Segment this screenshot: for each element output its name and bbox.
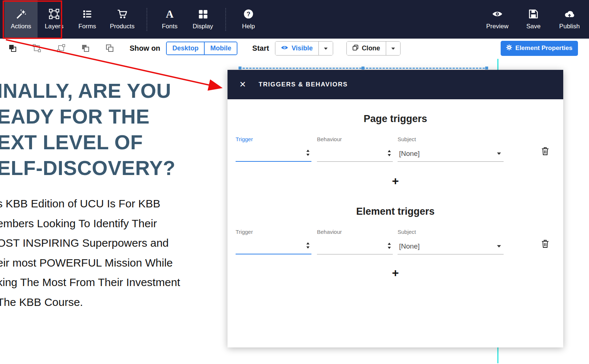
visibility-value-button[interactable]: Visible (275, 42, 318, 55)
topbar-item-actions[interactable]: Actions (4, 0, 38, 39)
clone-label: Clone (362, 44, 380, 52)
mobile-toggle-button[interactable]: Mobile (204, 42, 237, 54)
arrange-tools (0, 44, 114, 53)
selection-handle[interactable] (485, 67, 488, 69)
behaviour-label: Behaviour (317, 229, 393, 235)
chevron-down-icon (497, 151, 501, 156)
topbar-item-help[interactable]: ? Help (232, 0, 265, 39)
selection-handle[interactable] (361, 67, 364, 69)
subject-label: Subject (398, 136, 504, 142)
selection-handle[interactable] (239, 67, 241, 69)
topbar-item-label: Help (242, 23, 255, 30)
paragraph-line: OST INSPIRING Superpowers and (0, 233, 180, 253)
eye-icon (492, 8, 503, 19)
clone-button[interactable]: Clone (347, 42, 386, 55)
page-subject-select[interactable]: [None] (398, 146, 504, 162)
topbar-item-label: Publish (559, 23, 580, 30)
start-label: Start (252, 44, 269, 53)
element-properties-button[interactable]: Element Properties (501, 41, 578, 56)
bring-to-front-icon[interactable] (8, 44, 17, 53)
topbar-item-label: Fonts (162, 23, 178, 30)
bring-forward-icon[interactable] (81, 44, 90, 53)
heading-line: INALLY, ARE YOU (0, 78, 176, 104)
topbar-item-fonts[interactable]: A Fonts (153, 0, 186, 39)
list-forms-icon (82, 8, 93, 19)
show-on-label: Show on (130, 44, 160, 53)
selection-group-icon[interactable] (32, 44, 41, 53)
subject-value: [None] (399, 150, 420, 158)
desktop-toggle-button[interactable]: Desktop (167, 42, 204, 54)
chevron-down-icon (497, 243, 501, 249)
add-element-trigger-button[interactable]: + (392, 267, 399, 279)
canvas-paragraph: s KBB Edition of UCU Is For KBB embers L… (0, 194, 180, 312)
modal-body: Page triggers Trigger Behaviour Subject … (228, 99, 563, 347)
toolbar-divider (225, 8, 226, 31)
visibility-caret-button[interactable] (318, 42, 333, 55)
clone-caret-button[interactable] (386, 42, 400, 55)
copy-icon (352, 44, 359, 52)
topbar-item-publish[interactable]: Publish (551, 0, 588, 39)
send-backward-icon[interactable] (105, 44, 114, 53)
heading-line: ELF-DISCOVERY? (0, 155, 176, 181)
delete-page-trigger-button[interactable] (540, 146, 550, 157)
trigger-label: Trigger (236, 136, 311, 142)
page-trigger-select[interactable] (236, 146, 311, 162)
paragraph-line: s KBB Edition of UCU Is For KBB (0, 194, 180, 214)
subject-label: Subject (398, 229, 504, 235)
topbar-item-label: Preview (486, 23, 508, 30)
topbar-item-display[interactable]: Display (186, 0, 219, 39)
selection-ungroup-icon[interactable] (57, 44, 66, 53)
spinner-arrows-icon (387, 150, 391, 158)
grid-display-icon (197, 8, 208, 19)
page-triggers-heading: Page triggers (228, 113, 563, 125)
gear-icon (506, 44, 512, 52)
canvas-heading: INALLY, ARE YOU EADY FOR THE EXT LEVEL O… (0, 78, 176, 181)
element-trigger-select[interactable] (236, 238, 311, 254)
element-properties-label: Element Properties (515, 44, 572, 52)
eye-icon (281, 45, 288, 51)
page-behaviour-select[interactable] (317, 146, 393, 162)
close-icon[interactable]: ✕ (239, 81, 246, 89)
topbar-right-group: Preview Save Publish (479, 0, 589, 39)
question-circle-icon: ? (243, 8, 254, 19)
topbar-item-label: Actions (11, 23, 31, 30)
page-root: Actions Layers Forms Products A Fonts (0, 0, 589, 364)
add-page-trigger-button[interactable]: + (392, 175, 399, 187)
floppy-save-icon (528, 8, 539, 19)
topbar-item-label: Forms (78, 23, 96, 30)
topbar-item-products[interactable]: Products (104, 0, 141, 39)
topbar-item-layers[interactable]: Layers (38, 0, 71, 39)
device-toggle: Desktop Mobile (166, 42, 237, 55)
chevron-down-icon (324, 46, 328, 51)
topbar-item-forms[interactable]: Forms (71, 0, 104, 39)
visibility-dropdown: Visible (275, 41, 333, 56)
heading-line: EXT LEVEL OF (0, 129, 176, 155)
topbar-item-label: Display (193, 23, 213, 30)
magic-wand-icon (15, 8, 27, 19)
letter-a-icon: A (164, 8, 175, 19)
delete-element-trigger-button[interactable] (540, 239, 550, 249)
subject-value: [None] (399, 242, 420, 250)
element-subject-select[interactable]: [None] (398, 238, 504, 254)
paragraph-line: The KBB Course. (0, 292, 180, 312)
element-behaviour-select[interactable] (317, 238, 393, 254)
top-toolbar: Actions Layers Forms Products A Fonts (0, 0, 589, 39)
topbar-item-save[interactable]: Save (515, 0, 551, 39)
svg-text:A: A (166, 8, 174, 19)
selection-layers-icon (49, 8, 60, 19)
behaviour-label: Behaviour (317, 136, 393, 142)
heading-line: EADY FOR THE (0, 104, 176, 129)
trigger-label: Trigger (236, 229, 311, 235)
shopping-cart-icon (117, 8, 128, 19)
paragraph-line: king The Most From Their Investment (0, 272, 180, 292)
svg-text:?: ? (247, 10, 250, 18)
topbar-item-preview[interactable]: Preview (479, 0, 515, 39)
element-triggers-heading: Element triggers (228, 206, 563, 217)
topbar-item-label: Save (526, 23, 541, 30)
clone-dropdown: Clone (346, 41, 401, 56)
modal-header: ✕ TRIGGERS & BEHAVIORS (228, 70, 563, 99)
spinner-arrows-icon (387, 242, 391, 250)
spinner-arrows-icon (306, 242, 310, 250)
topbar-item-label: Products (110, 23, 134, 30)
cloud-upload-icon (564, 8, 575, 19)
